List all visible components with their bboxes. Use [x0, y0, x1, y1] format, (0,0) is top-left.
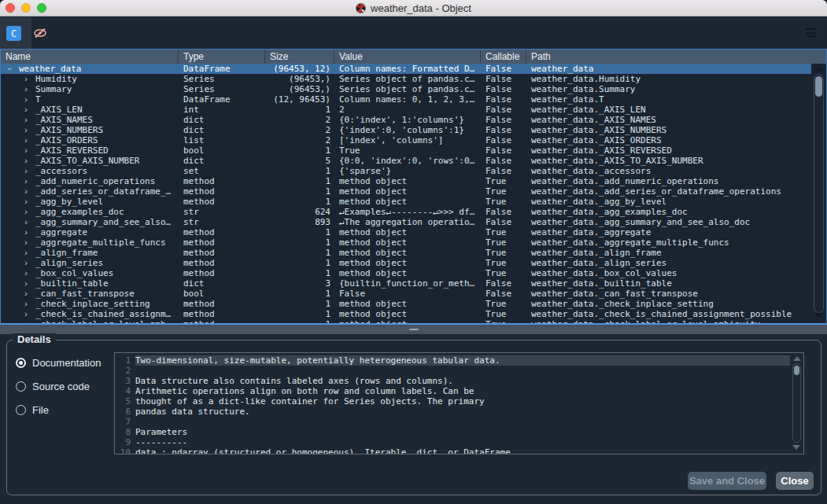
doc-scrollbar[interactable] [790, 353, 803, 454]
cell-name: ›_aggregate_multiple_funcs [1, 237, 179, 248]
table-row[interactable]: ›_align_framemethod1method objectTruewea… [1, 248, 811, 258]
cell-path: weather_data._AXIS_NUMBERS [526, 125, 811, 135]
table-row[interactable]: ›_aggregate_multiple_funcsmethod1method … [1, 237, 811, 248]
table-row[interactable]: ›_check_is_chained_assignm…method1method… [1, 309, 811, 319]
hide-icon[interactable] [33, 28, 47, 39]
radio-file[interactable]: File [16, 404, 101, 415]
minimize-window-button[interactable] [21, 3, 31, 13]
cell-value: ['index', 'columns'] [334, 135, 481, 145]
chevron-right-icon[interactable]: › [22, 145, 30, 156]
cell-callable: False [481, 74, 526, 84]
chevron-right-icon[interactable]: › [22, 278, 30, 289]
table-row[interactable]: ›_AXIS_NAMESdict2{0:'index', 1:'columns'… [1, 115, 811, 125]
doc-scroll-up-icon[interactable] [793, 356, 801, 361]
table-row[interactable]: ›_builtin_tabledict3{builtin_function_or… [1, 278, 811, 289]
cell-callable: True [481, 176, 526, 186]
table-scrollbar[interactable] [811, 64, 826, 323]
radio-source-code[interactable]: Source code [16, 381, 101, 392]
cell-value: method object [334, 237, 481, 248]
cell-size: (96453, 12) [265, 64, 334, 74]
scroll-down-icon[interactable] [814, 313, 822, 318]
table-row[interactable]: ›_align_seriesmethod1method objectTruewe… [1, 258, 811, 268]
table-row[interactable]: ›_AXIS_REVERSEDbool1TrueFalseweather_dat… [1, 145, 811, 156]
column-header-name[interactable]: Name [1, 50, 179, 64]
doc-scroll-track[interactable] [792, 363, 801, 443]
cell-value: method object [334, 197, 481, 207]
table-row[interactable]: ›_AXIS_NUMBERSdict2{'index':0, 'columns'… [1, 125, 811, 135]
table-row[interactable]: ›_add_numeric_operationsmethod1method ob… [1, 176, 811, 186]
table-row[interactable]: ›weather_dataDataFrame(96453, 12)Column … [1, 64, 811, 74]
doc-scroll-thumb[interactable] [794, 366, 799, 375]
chevron-right-icon[interactable]: › [22, 217, 30, 227]
table-row[interactable]: ›_agg_summary_and_see_also…str893↵The ag… [1, 217, 811, 227]
radio-icon[interactable] [16, 405, 26, 415]
column-header-path[interactable]: Path [526, 50, 826, 64]
table-row[interactable]: ›_agg_examples_docstr624↵Examples↵------… [1, 207, 811, 217]
chevron-right-icon[interactable]: › [22, 319, 30, 323]
cell-callable: True [481, 319, 526, 323]
column-header-callable[interactable]: Callable [481, 50, 526, 64]
column-header-type[interactable]: Type [179, 50, 265, 64]
scroll-up-icon[interactable] [815, 66, 823, 72]
close-window-button[interactable] [6, 3, 15, 13]
chevron-right-icon[interactable]: › [22, 258, 30, 268]
console-icon[interactable]: C [6, 26, 21, 41]
chevron-right-icon[interactable]: › [22, 94, 30, 105]
cell-name: ›_builtin_table [1, 278, 179, 289]
chevron-right-icon[interactable]: › [22, 84, 30, 94]
table-row[interactable]: ›_accessorsset1{'sparse'}Falseweather_da… [1, 166, 811, 176]
chevron-right-icon[interactable]: › [22, 125, 30, 135]
menu-icon[interactable] [805, 28, 817, 37]
chevron-right-icon[interactable]: › [22, 299, 30, 309]
doc-scroll-down-icon[interactable] [792, 445, 800, 450]
cell-callable: False [481, 115, 526, 125]
radio-icon[interactable] [16, 381, 26, 392]
table-row[interactable]: ›_check_inplace_settingmethod1method obj… [1, 299, 811, 309]
chevron-right-icon[interactable]: › [22, 197, 30, 207]
table-row[interactable]: ›_AXIS_ORDERSlist2['index', 'columns']Fa… [1, 135, 811, 145]
chevron-right-icon[interactable]: › [22, 156, 30, 166]
cell-path: weather_data._aggregate [526, 227, 811, 237]
chevron-right-icon[interactable]: › [22, 74, 30, 84]
chevron-right-icon[interactable]: › [22, 115, 30, 125]
radio-icon[interactable] [16, 358, 26, 368]
table-row[interactable]: ›_AXIS_TO_AXIS_NUMBERdict5{0:0, 'index':… [1, 156, 811, 166]
table-scroll-track[interactable] [814, 74, 824, 313]
chevron-right-icon[interactable]: › [22, 176, 30, 186]
doc-line: 1Two-dimensional, size-mutable, potentia… [115, 355, 790, 366]
chevron-down-icon[interactable]: › [5, 65, 15, 73]
table-row[interactable]: ›_add_series_or_dataframe_…method1method… [1, 186, 811, 197]
table-row[interactable]: ›_check_label_or_level_amb…method1method… [1, 319, 811, 323]
chevron-right-icon[interactable]: › [22, 166, 30, 176]
table-row[interactable]: ›_can_fast_transposebool1FalseFalseweath… [1, 289, 811, 299]
table-row[interactable]: ›TDataFrame(12, 96453)Column names: 0, 1… [1, 94, 811, 105]
table-row[interactable]: ›_AXIS_LENint12Falseweather_data._AXIS_L… [1, 105, 811, 115]
chevron-right-icon[interactable]: › [22, 309, 30, 319]
cell-path: weather_data._AXIS_ORDERS [526, 135, 811, 145]
column-header-size[interactable]: Size [265, 50, 334, 64]
table-row[interactable]: ›_box_col_valuesmethod1method objectTrue… [1, 268, 811, 278]
chevron-right-icon[interactable]: › [22, 207, 30, 217]
chevron-right-icon[interactable]: › [22, 105, 30, 115]
column-header-value[interactable]: Value [334, 50, 481, 64]
table-scroll-thumb[interactable] [815, 76, 822, 97]
table-row[interactable]: ›SummarySeries(96453,)Series object of p… [1, 84, 811, 94]
save-and-close-button[interactable]: Save and Close [688, 472, 766, 490]
close-button[interactable]: Close [776, 472, 814, 490]
chevron-right-icon[interactable]: › [22, 237, 30, 248]
chevron-right-icon[interactable]: › [22, 268, 30, 278]
table-row[interactable]: ›HumiditySeries(96453,)Series object of … [1, 74, 811, 84]
cell-type: Series [179, 84, 265, 94]
cell-callable: True [481, 227, 526, 237]
chevron-right-icon[interactable]: › [22, 289, 30, 299]
chevron-right-icon[interactable]: › [22, 248, 30, 258]
console-tab[interactable]: C [0, 17, 31, 49]
splitter-handle[interactable] [0, 325, 827, 334]
chevron-right-icon[interactable]: › [22, 135, 30, 145]
chevron-right-icon[interactable]: › [22, 186, 30, 197]
radio-documentation[interactable]: Documentation [16, 357, 101, 368]
table-row[interactable]: ›_agg_by_levelmethod1method objectTruewe… [1, 197, 811, 207]
table-row[interactable]: ›_aggregatemethod1method objectTrueweath… [1, 227, 811, 237]
zoom-window-button[interactable] [37, 3, 46, 13]
chevron-right-icon[interactable]: › [22, 227, 30, 237]
